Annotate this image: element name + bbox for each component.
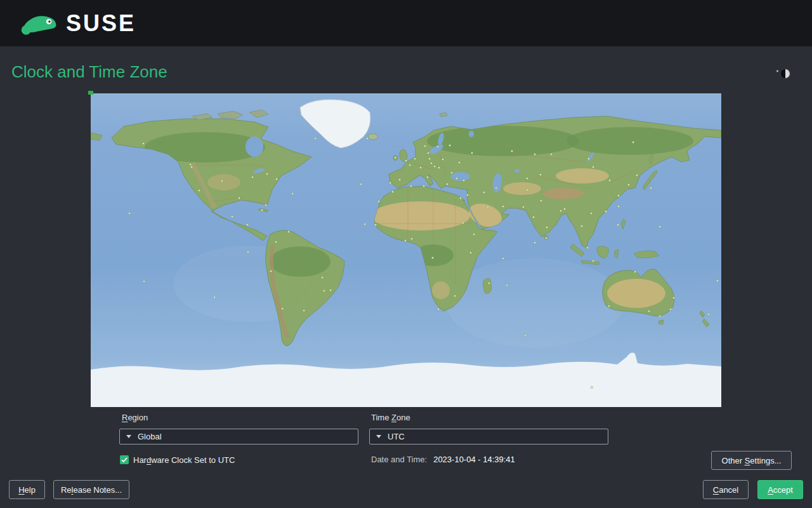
hw-clock-label: Hardware Clock Set to UTC	[133, 455, 235, 465]
region-label: Region	[122, 413, 148, 422]
region-value: Global	[138, 432, 162, 441]
timezone-label: Time Zone	[371, 413, 410, 422]
help-button[interactable]: Help	[9, 480, 45, 499]
chameleon-icon	[18, 8, 60, 39]
chevron-down-icon	[120, 435, 138, 438]
timezone-select[interactable]: UTC	[369, 429, 608, 444]
release-notes-button[interactable]: Release Notes...	[53, 480, 129, 499]
header-bar: SUSE	[0, 0, 812, 46]
datetime-value: 2023-10-04 - 14:39:41	[433, 455, 515, 464]
hw-clock-checkbox[interactable]: Hardware Clock Set to UTC	[120, 454, 235, 465]
checkbox-checked-icon	[120, 455, 129, 464]
brand-wordmark: SUSE	[66, 12, 136, 35]
cancel-button[interactable]: Cancel	[703, 480, 749, 499]
selected-zone-marker	[88, 91, 93, 95]
other-settings-button[interactable]: Other Settings...	[711, 451, 792, 470]
datetime-row: Date and Time:2023-10-04 - 14:39:41	[371, 455, 515, 464]
suse-logo: SUSE	[18, 8, 136, 39]
theme-toggle-icon[interactable]	[775, 67, 792, 80]
clock-timezone-screen: SUSE Clock and Time Zone	[0, 0, 812, 508]
chevron-down-icon	[370, 435, 388, 438]
timezone-map[interactable]	[91, 93, 721, 407]
accept-button[interactable]: Accept	[757, 480, 803, 499]
page-title: Clock and Time Zone	[11, 62, 167, 82]
datetime-label: Date and Time:	[371, 455, 427, 464]
region-select[interactable]: Global	[119, 429, 358, 444]
timezone-value: UTC	[388, 432, 405, 441]
